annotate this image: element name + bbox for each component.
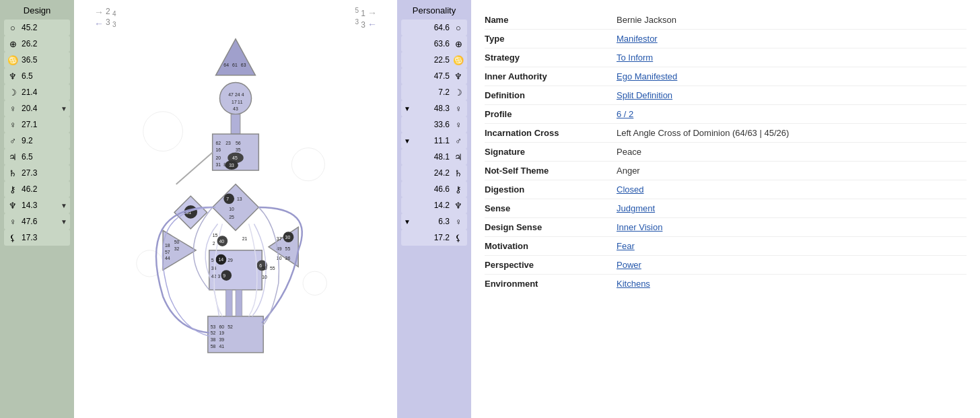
environment-label: Environment (485, 279, 606, 289)
svg-text:3: 3 (218, 274, 221, 279)
svg-point-30 (223, 193, 234, 204)
svg-point-1 (291, 148, 324, 181)
svg-text:39: 39 (219, 337, 224, 342)
sense-row: Sense Judgment (485, 199, 967, 218)
design-value-3: 6.5 (22, 71, 67, 81)
left-arrow-top: → 2 4 (94, 7, 116, 18)
motivation-value[interactable]: Fear (617, 241, 635, 251)
design-value-12: 47.6 (22, 217, 58, 226)
svg-text:18: 18 (165, 243, 170, 248)
design-symbol-5: ♀ (7, 104, 19, 114)
design-value-1: 26.2 (22, 39, 67, 48)
profile-label: Profile (485, 109, 606, 119)
personality-row-5: ▼ 48.3 ♀ (401, 100, 467, 116)
svg-text:35: 35 (236, 147, 241, 152)
pers-value-4: 7.2 (404, 88, 450, 97)
design-row-13: ⚸ 17.3 (4, 230, 70, 246)
pers-symbol-5: ♀ (452, 104, 464, 114)
svg-text:10: 10 (277, 256, 282, 260)
design-sense-value[interactable]: Inner Vision (617, 222, 662, 232)
design-value-10: 46.2 (22, 184, 67, 194)
svg-text:40: 40 (219, 239, 224, 244)
design-value-11: 14.3 (22, 201, 58, 210)
digestion-label: Digestion (485, 184, 606, 195)
design-column: Design ○ 45.2 ⊕ 26.2 ♋ 36.5 ♆ 6.5 ☽ 21.4… (0, 0, 74, 418)
pers-value-5: 48.3 (413, 104, 450, 113)
pers-value-10: 46.6 (404, 184, 450, 194)
design-row-8: ♃ 6.5 (4, 149, 70, 165)
type-label: Type (485, 34, 606, 44)
design-symbol-0: ○ (7, 23, 19, 33)
pers-symbol-11: ♆ (452, 201, 464, 211)
svg-text:15: 15 (213, 233, 218, 238)
svg-text:55: 55 (285, 246, 291, 251)
not-self-label: Not-Self Theme (485, 166, 606, 176)
personality-row-11: 14.2 ♆ (401, 197, 467, 213)
svg-text:2: 2 (213, 241, 215, 246)
svg-text:24: 24 (235, 92, 240, 97)
svg-text:32: 32 (174, 246, 180, 251)
name-row: Name Bernie Jackson (485, 11, 967, 30)
design-symbol-11: ♆ (7, 201, 19, 211)
name-label: Name (485, 15, 606, 25)
perspective-value[interactable]: Power (617, 260, 641, 270)
design-value-4: 21.4 (22, 88, 67, 97)
pers-arrow-12: ▼ (404, 218, 411, 225)
strategy-value[interactable]: To Inform (617, 53, 653, 63)
digestion-value[interactable]: Closed (617, 184, 643, 195)
svg-text:53: 53 (211, 324, 216, 329)
environment-value[interactable]: Kitchens (617, 279, 650, 289)
sense-value[interactable]: Judgment (617, 203, 655, 213)
svg-text:59: 59 (262, 266, 267, 271)
svg-text:10: 10 (262, 275, 267, 279)
svg-text:47: 47 (228, 92, 234, 97)
design-symbol-4: ☽ (7, 88, 19, 98)
pers-symbol-3: ♆ (452, 71, 464, 81)
pers-symbol-10: ⚷ (452, 184, 464, 195)
strategy-label: Strategy (485, 53, 606, 63)
svg-text:56: 56 (236, 141, 241, 145)
svg-text:31: 31 (216, 162, 221, 167)
chart-arrows: → 2 4 ← 3 3 5 1 → 3 3 ← (81, 7, 390, 30)
not-self-row: Not-Self Theme Anger (485, 162, 967, 180)
pers-value-1: 63.6 (404, 39, 450, 48)
design-symbol-12: ♀ (7, 217, 19, 227)
design-value-13: 17.3 (22, 233, 67, 242)
pers-symbol-0: ○ (452, 23, 464, 33)
design-value-9: 27.3 (22, 168, 67, 178)
svg-text:25: 25 (229, 215, 234, 219)
inner-authority-row: Inner Authority Ego Manifested (485, 67, 967, 86)
svg-text:30: 30 (285, 235, 291, 240)
svg-rect-15 (231, 114, 240, 134)
svg-text:50: 50 (174, 240, 180, 244)
svg-text:21: 21 (242, 236, 248, 241)
svg-text:61: 61 (232, 63, 238, 67)
definition-row: Definition Split Definition (485, 86, 967, 105)
design-row-12: ♀ 47.6 ▼ (4, 213, 70, 230)
inner-authority-label: Inner Authority (485, 71, 606, 81)
type-value[interactable]: Manifestor (617, 34, 658, 44)
design-value-7: 9.2 (22, 136, 67, 145)
svg-text:41: 41 (219, 344, 224, 349)
profile-row: Profile 6 / 2 (485, 105, 967, 124)
incarnation-cross-row: Incarnation Cross Left Angle Cross of Do… (485, 124, 967, 143)
svg-text:17: 17 (232, 100, 237, 104)
design-value-5: 20.4 (22, 104, 58, 113)
svg-marker-29 (213, 184, 259, 231)
incarnation-cross-value: Left Angle Cross of Dominion (64/63 | 45… (617, 128, 789, 138)
pers-value-8: 48.1 (404, 152, 450, 162)
svg-text:20: 20 (216, 155, 221, 160)
design-row-1: ⊕ 26.2 (4, 36, 70, 52)
svg-rect-57 (208, 316, 263, 353)
incarnation-cross-label: Incarnation Cross (485, 128, 606, 138)
left-arrows: → 2 4 ← 3 3 (94, 7, 116, 30)
name-value: Bernie Jackson (617, 15, 676, 25)
svg-text:7: 7 (226, 197, 229, 201)
svg-text:52: 52 (228, 324, 233, 329)
profile-value[interactable]: 6 / 2 (617, 109, 633, 119)
bodygraph: 64 61 63 47 24 4 17 11 43 62 23 56 16 35… (101, 32, 370, 382)
inner-authority-value[interactable]: Ego Manifested (617, 71, 677, 81)
design-arrow-5: ▼ (61, 105, 67, 112)
svg-rect-76 (236, 290, 242, 316)
definition-value[interactable]: Split Definition (617, 90, 672, 100)
